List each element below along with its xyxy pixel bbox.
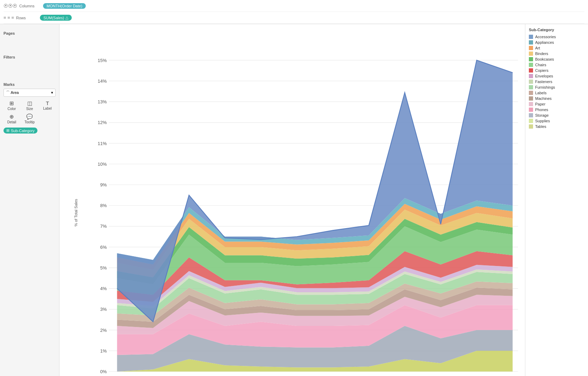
- legend-item[interactable]: Supplies: [529, 119, 584, 123]
- svg-text:9%: 9%: [100, 182, 107, 187]
- legend-swatch: [529, 80, 533, 84]
- legend-item-label: Phones: [535, 108, 548, 112]
- svg-text:11%: 11%: [98, 141, 107, 146]
- svg-text:3%: 3%: [100, 307, 107, 312]
- legend-item[interactable]: Appliances: [529, 40, 584, 45]
- sub-category-icon: ⊞: [6, 128, 9, 133]
- rows-value[interactable]: SUM(Sales) △: [40, 15, 72, 21]
- legend-swatch: [529, 91, 533, 95]
- rows-icon: ≡ ≡ ≡: [4, 15, 14, 20]
- pages-title: Pages: [4, 31, 56, 35]
- filters-title: Filters: [4, 55, 56, 59]
- y-axis-label: % of Total Sales: [74, 199, 78, 227]
- legend-item-label: Chairs: [535, 63, 546, 67]
- color-icon: ⊞: [9, 100, 14, 107]
- legend-panel: Sub-Category AccessoriesAppliancesArtBin…: [525, 24, 588, 376]
- legend-item[interactable]: Art: [529, 46, 584, 50]
- marks-type-dropdown[interactable]: ⌒ Area ▾: [4, 89, 56, 97]
- legend-item[interactable]: Accessories: [529, 35, 584, 39]
- legend-swatch: [529, 113, 533, 117]
- legend-swatch: [529, 46, 533, 50]
- left-panel: Pages Filters Marks ⌒ Area ▾ ⊞ Color ◫ S…: [0, 24, 59, 376]
- legend-item[interactable]: Furnishings: [529, 85, 584, 89]
- svg-text:14%: 14%: [98, 78, 107, 84]
- legend-item[interactable]: Phones: [529, 108, 584, 112]
- svg-text:15%: 15%: [98, 58, 107, 63]
- legend-swatch: [529, 108, 533, 112]
- rows-label: Rows: [16, 16, 37, 20]
- svg-text:12%: 12%: [98, 120, 107, 125]
- legend-swatch: [529, 40, 533, 45]
- legend-item-label: Furnishings: [535, 85, 555, 89]
- legend-swatch: [529, 63, 533, 67]
- svg-text:6%: 6%: [100, 245, 107, 250]
- legend-item[interactable]: Tables: [529, 124, 584, 129]
- legend-swatch: [529, 85, 533, 89]
- legend-item[interactable]: Envelopes: [529, 74, 584, 78]
- chevron-down-icon: ▾: [51, 90, 53, 95]
- legend-swatch: [529, 74, 533, 78]
- legend-item-label: Envelopes: [535, 74, 553, 78]
- legend-item[interactable]: Fasteners: [529, 80, 584, 84]
- legend-swatch: [529, 35, 533, 39]
- color-button[interactable]: ⊞ Color: [4, 100, 20, 111]
- legend-item-label: Binders: [535, 52, 548, 56]
- area-chart: .axis-text { font: 11px Arial; fill: #55…: [84, 31, 518, 376]
- svg-text:8%: 8%: [100, 203, 107, 208]
- legend-swatch: [529, 102, 533, 106]
- label-icon: T: [46, 100, 49, 106]
- legend-swatch: [529, 96, 533, 101]
- legend-item-label: Bookcases: [535, 57, 554, 61]
- legend-item-label: Tables: [535, 124, 546, 129]
- svg-text:13%: 13%: [98, 99, 107, 104]
- legend-item[interactable]: Machines: [529, 96, 584, 101]
- legend-items: AccessoriesAppliancesArtBindersBookcases…: [529, 35, 584, 129]
- legend-item[interactable]: Chairs: [529, 63, 584, 67]
- tooltip-button[interactable]: 💬 Tooltip: [21, 113, 38, 125]
- legend-item-label: Appliances: [535, 40, 554, 45]
- legend-item-label: Labels: [535, 91, 546, 95]
- legend-item-label: Paper: [535, 102, 545, 106]
- legend-item[interactable]: Copiers: [529, 68, 584, 73]
- svg-text:2%: 2%: [100, 328, 107, 333]
- legend-item[interactable]: Paper: [529, 102, 584, 106]
- legend-item-label: Accessories: [535, 35, 556, 39]
- chart-container: % of Total Sales .axis-text { font: 11px…: [59, 24, 525, 376]
- svg-text:10%: 10%: [98, 162, 107, 167]
- legend-item[interactable]: Labels: [529, 91, 584, 95]
- sub-category-label: Sub-Category: [11, 129, 35, 133]
- columns-icon: ⦿⦿⦿: [4, 3, 17, 8]
- svg-text:7%: 7%: [100, 224, 107, 229]
- size-button[interactable]: ◫ Size: [21, 100, 38, 111]
- svg-text:4%: 4%: [100, 286, 107, 291]
- svg-text:0%: 0%: [100, 369, 107, 374]
- legend-item-label: Art: [535, 46, 540, 50]
- top-bar: ⦿⦿⦿ Columns MONTH(Order Date) ≡ ≡ ≡ Rows…: [0, 0, 588, 24]
- chart-area: % of Total Sales .axis-text { font: 11px…: [59, 24, 525, 376]
- sub-category-pill[interactable]: ⊞ Sub-Category: [4, 128, 37, 134]
- legend-item-label: Supplies: [535, 119, 550, 123]
- columns-value[interactable]: MONTH(Order Date): [43, 3, 86, 9]
- size-icon: ◫: [27, 100, 32, 107]
- legend-item[interactable]: Binders: [529, 52, 584, 56]
- marks-grid: ⊞ Color ◫ Size T Label ⊕ Detail 💬 Toolti…: [4, 100, 56, 125]
- label-button[interactable]: T Label: [39, 100, 56, 111]
- rows-row: ≡ ≡ ≡ Rows SUM(Sales) △: [4, 12, 584, 24]
- legend-title: Sub-Category: [529, 28, 584, 32]
- legend-swatch: [529, 119, 533, 123]
- legend-item-label: Copiers: [535, 68, 548, 73]
- svg-text:5%: 5%: [100, 265, 107, 271]
- legend-item-label: Machines: [535, 96, 552, 101]
- svg-text:1%: 1%: [100, 348, 107, 354]
- detail-icon: ⊕: [9, 114, 14, 120]
- tooltip-icon: 💬: [26, 114, 33, 120]
- legend-swatch: [529, 68, 533, 73]
- detail-button[interactable]: ⊕ Detail: [4, 113, 20, 125]
- main-layout: Pages Filters Marks ⌒ Area ▾ ⊞ Color ◫ S…: [0, 24, 588, 376]
- legend-item[interactable]: Bookcases: [529, 57, 584, 61]
- legend-item-label: Storage: [535, 113, 549, 117]
- columns-label: Columns: [19, 4, 40, 8]
- legend-item-label: Fasteners: [535, 80, 552, 84]
- legend-item[interactable]: Storage: [529, 113, 584, 117]
- columns-row: ⦿⦿⦿ Columns MONTH(Order Date): [4, 0, 584, 12]
